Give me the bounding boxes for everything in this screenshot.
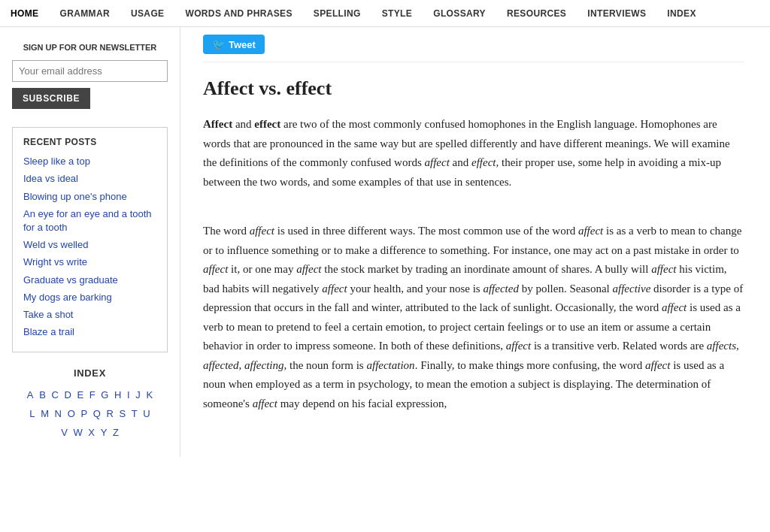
index-letter-d[interactable]: D bbox=[64, 389, 71, 401]
recent-posts-title: RECENT POSTS bbox=[23, 137, 156, 147]
recent-post-4[interactable]: Weld vs welled bbox=[23, 238, 156, 252]
recent-post-5[interactable]: Wright vs write bbox=[23, 255, 156, 269]
nav-item-spelling[interactable]: SPELLING bbox=[303, 0, 371, 27]
index-letter-r[interactable]: R bbox=[106, 408, 113, 419]
twitter-bird-icon: 🐦 bbox=[212, 38, 225, 50]
nav-item-grammar[interactable]: GRAMMAR bbox=[49, 0, 120, 27]
newsletter-section: SIGN UP FOR OUR NEWSLETTER SUBSCRIBE bbox=[12, 42, 168, 109]
index-letter-t[interactable]: T bbox=[132, 408, 138, 419]
recent-post-0[interactable]: Sleep like a top bbox=[23, 155, 156, 168]
main-content: 🐦 Tweet Affect vs. effect Affect and eff… bbox=[180, 27, 767, 457]
index-letter-y[interactable]: Y bbox=[101, 427, 108, 438]
nav-item-style[interactable]: STYLE bbox=[371, 0, 423, 27]
index-letter-b[interactable]: B bbox=[39, 389, 46, 401]
nav-item-words-and-phrases[interactable]: WORDS AND PHRASES bbox=[174, 0, 302, 27]
recent-post-2[interactable]: Blowing up one's phone bbox=[23, 190, 156, 204]
index-letter-x[interactable]: X bbox=[88, 427, 95, 438]
index-letter-l[interactable]: L bbox=[29, 408, 35, 419]
recent-post-8[interactable]: Take a shot bbox=[23, 308, 156, 322]
nav-item-index[interactable]: INDEX bbox=[656, 0, 706, 27]
index-letter-i[interactable]: I bbox=[127, 389, 130, 401]
index-letter-c[interactable]: C bbox=[51, 389, 58, 401]
nav-item-interviews[interactable]: INTERVIEWS bbox=[577, 0, 656, 27]
index-row-3: V W X Y Z bbox=[12, 424, 168, 443]
index-letter-o[interactable]: O bbox=[68, 408, 75, 419]
index-row-1: A B C D E F G H I J K bbox=[12, 386, 168, 405]
index-letter-p[interactable]: P bbox=[80, 408, 87, 419]
nav-item-home[interactable]: HOME bbox=[0, 0, 49, 27]
top-navigation: HOMEGRAMMARUSAGEWORDS AND PHRASESSPELLIN… bbox=[0, 0, 770, 27]
recent-posts-section: RECENT POSTS Sleep like a topIdea vs ide… bbox=[12, 127, 168, 352]
tweet-button[interactable]: 🐦 Tweet bbox=[203, 35, 265, 54]
index-letter-z[interactable]: Z bbox=[113, 427, 119, 438]
index-letter-u[interactable]: U bbox=[143, 408, 150, 419]
index-letter-e[interactable]: E bbox=[77, 389, 83, 401]
tweet-label: Tweet bbox=[229, 39, 256, 50]
index-letter-f[interactable]: F bbox=[89, 389, 95, 401]
index-letter-s[interactable]: S bbox=[119, 408, 126, 419]
nav-item-glossary[interactable]: GLOSSARY bbox=[423, 0, 496, 27]
sidebar: SIGN UP FOR OUR NEWSLETTER SUBSCRIBE REC… bbox=[0, 27, 180, 457]
index-letter-a[interactable]: A bbox=[27, 389, 34, 401]
article-intro: Affect and effect are two of the most co… bbox=[203, 115, 744, 192]
index-letter-w[interactable]: W bbox=[73, 427, 82, 438]
recent-post-6[interactable]: Graduate vs graduate bbox=[23, 274, 156, 287]
recent-posts-list: Sleep like a topIdea vs idealBlowing up … bbox=[23, 155, 156, 339]
index-letter-h[interactable]: H bbox=[114, 389, 121, 401]
recent-post-7[interactable]: My dogs are barking bbox=[23, 291, 156, 304]
nav-item-resources[interactable]: RESOURCES bbox=[496, 0, 577, 27]
recent-post-3[interactable]: An eye for an eye and a tooth for a toot… bbox=[23, 207, 156, 234]
recent-post-1[interactable]: Idea vs ideal bbox=[23, 172, 156, 186]
article-body: The word affect is used in three differe… bbox=[203, 222, 744, 413]
subscribe-button[interactable]: SUBSCRIBE bbox=[12, 88, 90, 109]
index-letter-v[interactable]: V bbox=[61, 427, 68, 438]
index-letter-j[interactable]: J bbox=[135, 389, 141, 401]
article-spacer bbox=[203, 204, 744, 222]
article-title: Affect vs. effect bbox=[203, 77, 744, 100]
index-letter-n[interactable]: N bbox=[55, 408, 62, 419]
index-title: INDEX bbox=[12, 367, 168, 379]
index-section: INDEX A B C D E F G H I J K L M bbox=[12, 367, 168, 442]
tweet-bar: 🐦 Tweet bbox=[203, 27, 744, 62]
article: Affect vs. effect Affect and effect are … bbox=[203, 77, 744, 413]
recent-post-9[interactable]: Blaze a trail bbox=[23, 325, 156, 339]
email-input[interactable] bbox=[12, 60, 168, 82]
index-letter-m[interactable]: M bbox=[41, 408, 49, 419]
nav-item-usage[interactable]: USAGE bbox=[120, 0, 174, 27]
index-row-2: L M N O P Q R S T U bbox=[12, 405, 168, 424]
newsletter-label: SIGN UP FOR OUR NEWSLETTER bbox=[12, 42, 168, 53]
index-letter-k[interactable]: K bbox=[146, 389, 153, 401]
index-letter-q[interactable]: Q bbox=[93, 408, 101, 419]
index-letters: A B C D E F G H I J K L M N O P bbox=[12, 386, 168, 442]
index-letter-g[interactable]: G bbox=[101, 389, 108, 401]
